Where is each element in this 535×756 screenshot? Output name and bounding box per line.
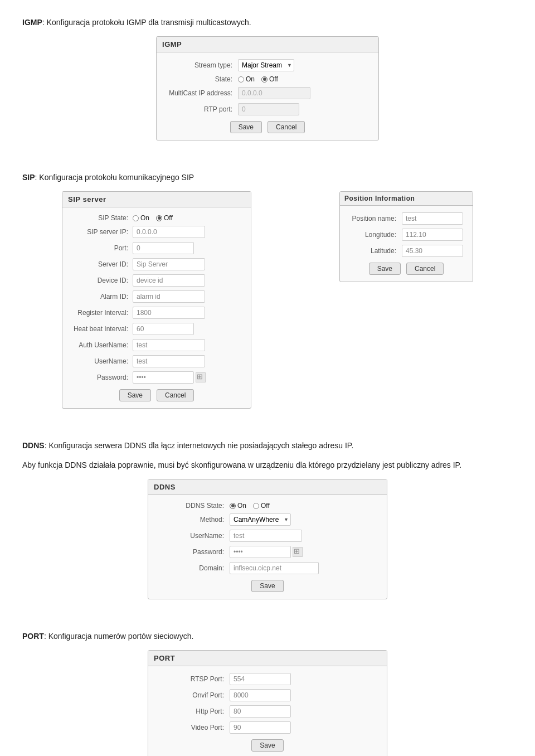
ddns-domain-input[interactable] [230, 562, 319, 574]
ddns-panel: DDNS DDNS State: On Off Method: [148, 479, 387, 599]
igmp-state-label: State: [166, 75, 238, 83]
sip-server-id-input[interactable] [133, 258, 205, 270]
http-port-row: Http Port: [157, 705, 378, 718]
sip-state-off-option[interactable]: Off [156, 214, 173, 222]
igmp-state-on-label: On [246, 75, 255, 83]
rtp-port-label: RTP port: [166, 105, 238, 113]
sip-auth-username-label: Auth UserName: [71, 341, 133, 349]
sip-password-input[interactable] [133, 371, 194, 384]
sip-auth-username-input[interactable] [133, 339, 205, 351]
sip-device-id-row: Device ID: [71, 274, 242, 287]
ddns-password-toggle-icon[interactable] [293, 547, 303, 557]
stream-type-row: Stream type: Major Stream Sub Stream ▼ [166, 59, 369, 71]
onvif-port-row: Onvif Port: [157, 689, 378, 701]
sip-save-button[interactable]: Save [119, 389, 151, 401]
igmp-panel-title: IGMP [157, 37, 378, 52]
longitude-input[interactable] [402, 229, 463, 241]
sip-port-input[interactable] [133, 242, 194, 254]
stream-type-select-wrapper[interactable]: Major Stream Sub Stream ▼ [238, 59, 294, 71]
sip-device-id-label: Device ID: [71, 277, 133, 284]
igmp-state-on-radio[interactable] [238, 76, 244, 83]
stream-type-select[interactable]: Major Stream Sub Stream [238, 59, 294, 71]
rtsp-port-input[interactable] [230, 673, 291, 685]
ddns-state-on-radio[interactable] [230, 503, 236, 509]
igmp-state-on-option[interactable]: On [238, 75, 255, 83]
igmp-state-radio-group: On Off [238, 75, 278, 83]
sip-state-label: SIP State: [71, 214, 133, 222]
ddns-state-label: DDNS State: [157, 502, 230, 510]
ddns-username-input[interactable] [230, 530, 302, 542]
position-save-button[interactable]: Save [369, 263, 401, 275]
sip-panel-title: SIP server [62, 192, 251, 207]
ddns-state-off-option[interactable]: Off [253, 502, 270, 510]
ddns-method-row: Method: CamAnyWhere DynDNS No-IP ▼ [157, 513, 378, 526]
sip-state-off-radio[interactable] [156, 215, 162, 221]
rtp-port-input[interactable] [238, 103, 299, 115]
position-cancel-button[interactable]: Cancel [406, 263, 444, 275]
sip-state-on-radio[interactable] [133, 215, 139, 221]
sip-register-interval-input[interactable] [133, 307, 205, 319]
position-panel-title: Position Information [340, 192, 473, 206]
sip-device-id-input[interactable] [133, 274, 205, 287]
port-btn-row: Save [157, 739, 378, 752]
sip-password-label: Password: [71, 374, 133, 381]
sip-server-ip-input[interactable] [133, 226, 205, 238]
ddns-domain-label: Domain: [157, 564, 230, 572]
sip-server-ip-label: SIP server IP: [71, 228, 133, 236]
port-save-button[interactable]: Save [251, 739, 283, 752]
http-port-input[interactable] [230, 705, 291, 718]
igmp-state-off-radio[interactable] [261, 76, 268, 83]
ddns-method-select-wrapper[interactable]: CamAnyWhere DynDNS No-IP ▼ [230, 513, 291, 526]
sip-password-row: Password: [71, 371, 242, 384]
position-info-panel: Position Information Position name: Long… [339, 191, 473, 282]
ddns-method-select[interactable]: CamAnyWhere DynDNS No-IP [230, 513, 291, 526]
ddns-state-off-radio[interactable] [253, 503, 259, 509]
stream-type-label: Stream type: [166, 61, 238, 69]
sip-cancel-button[interactable]: Cancel [157, 389, 194, 401]
latitude-label: Latitude: [349, 247, 402, 255]
sip-wrapper: SIP server SIP State: On Off SIP [22, 191, 513, 424]
video-port-input[interactable] [230, 721, 291, 734]
rtsp-port-row: RTSP Port: [157, 673, 378, 685]
ddns-panel-title: DDNS [148, 479, 387, 495]
igmp-state-off-option[interactable]: Off [261, 75, 278, 83]
video-port-row: Video Port: [157, 721, 378, 734]
sip-state-off-label: Off [164, 214, 173, 222]
multicast-ip-row: MultiCast IP address: [166, 87, 369, 99]
ddns-password-label: Password: [157, 548, 230, 556]
multicast-ip-input[interactable] [238, 87, 310, 99]
ddns-label: DDNS [22, 441, 45, 450]
sip-heartbeat-interval-input[interactable] [133, 323, 194, 335]
igmp-btn-row: Save Cancel [166, 121, 369, 133]
longitude-row: Longitude: [349, 229, 464, 241]
position-btn-row: Save Cancel [349, 263, 464, 275]
sip-password-toggle-icon[interactable] [196, 372, 206, 382]
onvif-port-input[interactable] [230, 689, 291, 701]
ddns-save-button[interactable]: Save [251, 580, 283, 592]
ddns-state-off-label: Off [261, 502, 270, 510]
ddns-password-input[interactable] [230, 546, 291, 558]
sip-server-ip-row: SIP server IP: [71, 226, 242, 238]
ddns-btn-row: Save [157, 580, 378, 592]
sip-state-radio-group: On Off [133, 214, 173, 222]
ddns-state-on-option[interactable]: On [230, 502, 246, 510]
position-name-label: Position name: [349, 215, 402, 222]
sip-register-interval-label: Register Interval: [71, 309, 133, 317]
sip-state-on-option[interactable]: On [133, 214, 149, 222]
sip-username-row: UserName: [71, 355, 242, 367]
sip-state-on-label: On [140, 214, 149, 222]
sip-alarm-id-input[interactable] [133, 290, 205, 303]
ddns-username-label: UserName: [157, 532, 230, 540]
latitude-input[interactable] [402, 245, 463, 257]
igmp-cancel-button[interactable]: Cancel [268, 121, 305, 133]
ddns-state-row: DDNS State: On Off [157, 502, 378, 510]
position-name-row: Position name: [349, 212, 464, 225]
igmp-label: IGMP [22, 18, 42, 27]
sip-server-panel: SIP server SIP State: On Off SIP [62, 191, 251, 409]
igmp-save-button[interactable]: Save [230, 121, 262, 133]
sip-username-input[interactable] [133, 355, 205, 367]
igmp-state-off-label: Off [269, 75, 278, 83]
ddns-state-on-label: On [237, 502, 246, 510]
longitude-label: Longitude: [349, 231, 402, 239]
position-name-input[interactable] [402, 212, 463, 225]
